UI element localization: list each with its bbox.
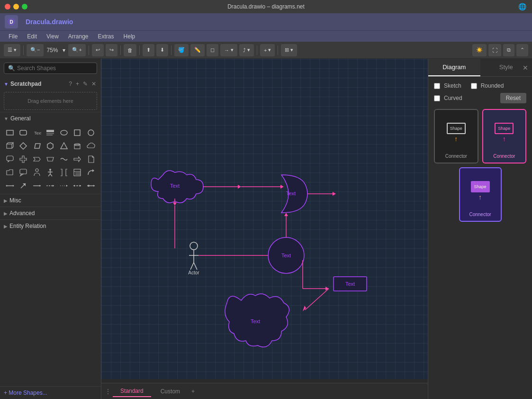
tab-add-button[interactable]: + [191,388,195,395]
shape-parallelogram[interactable] [31,140,43,152]
shape-person[interactable] [31,166,43,179]
svg-text:Text: Text [34,131,41,136]
theme-button[interactable]: ☀️ [472,44,487,56]
line-color-button[interactable]: ✏️ [190,44,205,56]
advanced-section[interactable]: ▶ Advanced [0,207,101,219]
shape-hexagon[interactable] [44,140,56,152]
curved-checkbox[interactable] [434,95,440,101]
sidebar-toggle-button[interactable]: ☰ ▾ [4,44,20,56]
tab-custom[interactable]: Custom [153,386,188,397]
tab-menu-icon[interactable]: ⋮ [105,388,111,395]
connector-card-default: Shape ↑ [439,114,474,152]
shape-cross[interactable] [17,153,29,165]
panel-close-button[interactable]: ✕ [523,64,528,72]
collapse-button[interactable]: ⌃ [516,44,528,56]
shape-diamond[interactable] [17,140,29,152]
shape-chevron[interactable] [31,153,43,165]
shape-human[interactable] [44,166,56,179]
shape-heading[interactable] [44,127,56,139]
to-front-icon: ⬆ [146,47,151,53]
zoom-out-button[interactable]: 🔍− [27,44,44,56]
shape-arrow-up-right[interactable] [17,180,29,192]
app-header: D Dracula.drawio [0,13,532,30]
to-back-button[interactable]: ⬇ [156,44,168,56]
connection-style-button[interactable]: → ▾ [220,44,237,56]
shape-line-double-arrow[interactable] [85,180,97,192]
add-shapes-button[interactable]: + More Shapes... [4,390,97,396]
shape-triangle[interactable] [58,140,70,152]
shape-arrow-right[interactable] [71,153,83,165]
shape-rounded-rect[interactable] [17,127,29,139]
shape-line-arrows[interactable] [71,180,83,192]
shape-brackets[interactable] [58,166,70,179]
misc-section[interactable]: ▶ Misc [0,194,101,207]
sketch-checkbox[interactable] [434,83,440,89]
menu-file[interactable]: File [5,32,21,41]
menu-edit[interactable]: Edit [23,32,41,41]
zoom-in-button[interactable]: 🔍+ [68,44,85,56]
menu-arrange[interactable]: Arrange [64,32,92,41]
table-button[interactable]: ⊞ ▾ [281,44,297,56]
fullscreen-button[interactable]: ⛶ [488,44,501,56]
menu-view[interactable]: View [43,32,63,41]
shape-line-dotted[interactable] [58,180,70,192]
card-shape-2: Shape [495,123,514,134]
shape-text[interactable]: Text [31,127,43,139]
menu-extras[interactable]: Extras [94,32,118,41]
shape-circle[interactable] [85,127,97,139]
search-input-wrapper[interactable]: 🔍 [4,63,97,74]
split-view-button[interactable]: ⧉ [503,44,514,56]
canvas[interactable]: Text Text [101,59,428,379]
shape-style-button[interactable]: ◻ [207,44,218,56]
shape-bidirectional-arrow[interactable] [4,180,16,192]
delete-button[interactable]: 🗑 [124,44,136,56]
shape-3d-rect[interactable] [4,140,16,152]
waypoint-button[interactable]: ⤴ ▾ [239,44,254,56]
minimize-button[interactable] [13,4,19,9]
scratchpad-close-icon[interactable]: ✕ [90,80,97,88]
scratchpad-help-icon[interactable]: ? [68,80,73,88]
shape-trapezoid[interactable] [44,153,56,165]
scratchpad-edit-icon[interactable]: ✎ [82,80,89,88]
general-arrow-icon: ▼ [4,116,9,121]
rounded-checkbox[interactable] [471,83,477,89]
shape-line-solid[interactable] [31,180,43,192]
shape-callout[interactable] [17,166,29,179]
shape-doc[interactable] [85,153,97,165]
delete-icon: 🗑 [127,47,133,53]
shape-folder[interactable] [4,166,16,179]
shape-speech-bubble[interactable] [4,153,16,165]
svg-text:Actor: Actor [188,270,199,275]
shape-ellipse[interactable] [58,127,70,139]
menu-help[interactable]: Help [120,32,139,41]
search-box: 🔍 [0,59,101,78]
tab-diagram[interactable]: Diagram [428,59,480,76]
to-front-button[interactable]: ⬆ [143,44,154,56]
scratchpad-add-icon[interactable]: + [75,80,80,88]
general-section-header[interactable]: ▼ General [0,112,101,125]
shape-cloud[interactable] [85,140,97,152]
tab-standard[interactable]: Standard [113,386,151,397]
shape-cylinder[interactable] [71,140,83,152]
shape-wave[interactable] [58,153,70,165]
shape-line-dashed[interactable] [44,180,56,192]
style-card-pink[interactable]: Shape ↑ Connector [482,109,527,163]
style-card-purple[interactable]: Shape ↑ Connector [459,167,502,222]
shape-list[interactable] [71,166,83,179]
svg-line-69 [190,263,194,270]
reset-button[interactable]: Reset [500,93,526,103]
undo-button[interactable]: ↩ [92,44,104,56]
shape-square[interactable] [71,127,83,139]
shape-curved-arrow[interactable] [85,166,97,179]
style-card-default[interactable]: Shape ↑ Connector [434,109,478,163]
fill-color-button[interactable]: 🪣 [174,44,189,56]
insert-button[interactable]: + ▾ [260,44,275,56]
panel-tabs: Diagram Style ✕ [428,59,532,77]
entity-relation-section[interactable]: ▶ Entity Relation [0,219,101,232]
maximize-button[interactable] [22,4,27,9]
close-button[interactable] [5,4,10,9]
shape-rectangle[interactable] [4,127,16,139]
search-field[interactable] [17,65,93,72]
canvas-scrollbar[interactable] [101,379,428,383]
redo-button[interactable]: ↪ [106,44,117,56]
